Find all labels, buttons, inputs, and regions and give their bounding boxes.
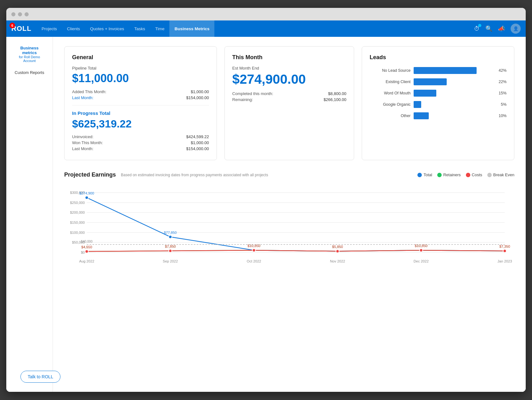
nav-item-clients[interactable]: Clients xyxy=(62,20,85,37)
lead-row: Word Of Mouth 15% xyxy=(370,90,507,97)
search-icon[interactable]: 🔍 xyxy=(485,25,492,32)
added-row: Added This Month: $1,000.00 xyxy=(72,89,209,94)
svg-text:$150,000: $150,000 xyxy=(70,221,85,224)
svg-point-40 xyxy=(85,250,88,253)
chart-area: $300,000$250,000$200,000$150,000$100,000… xyxy=(64,183,514,265)
won-label: Won This Month: xyxy=(72,140,103,145)
nav-badge: 6 xyxy=(9,23,15,28)
est-value: $274,900.00 xyxy=(232,72,346,87)
lead-bar xyxy=(414,112,429,119)
main-content: General Pipeline Total $11,000.00 Added … xyxy=(53,37,526,392)
app-window: 6 ROLL Projects Clients Quotes + Invoice… xyxy=(6,8,526,392)
user-avatar[interactable]: 👤 xyxy=(511,24,521,34)
lead-label: No Lead Source xyxy=(370,68,410,73)
uninvoiced-value: $424,599.22 xyxy=(186,134,209,139)
projected-section: Projected Earnings Based on estimated in… xyxy=(64,172,514,265)
won-row: Won This Month: $1,000.00 xyxy=(72,140,209,145)
remaining-value: $266,100.00 xyxy=(324,97,346,102)
svg-text:Aug 2022: Aug 2022 xyxy=(79,259,94,263)
uninvoiced-row: Uninvoiced: $424,599.22 xyxy=(72,134,209,139)
pipeline-value: $11,000.00 xyxy=(72,72,209,85)
talk-btn-container: Talk to ROLL xyxy=(20,371,60,383)
legend-label: Costs xyxy=(472,172,482,177)
last-month2-label: Last Month: xyxy=(72,146,93,151)
leads-panel: Leads No Lead Source 42% Existing Client… xyxy=(362,46,514,160)
legend-dot xyxy=(466,173,470,177)
svg-text:Oct 2022: Oct 2022 xyxy=(247,259,261,263)
lead-bar xyxy=(414,78,447,85)
lead-pct: 22% xyxy=(499,80,507,84)
timer-icon[interactable]: ⏱ xyxy=(474,25,480,32)
nav-item-time[interactable]: Time xyxy=(150,20,170,37)
won-value: $1,000.00 xyxy=(191,140,209,145)
projected-title: Projected Earnings xyxy=(64,172,116,178)
legend-label: Total xyxy=(423,172,432,177)
notification-icon[interactable]: 📣 xyxy=(498,25,505,32)
legend-dot xyxy=(417,173,422,177)
uninvoiced-label: Uninvoiced: xyxy=(72,134,93,139)
window-dot-2[interactable] xyxy=(18,12,22,16)
lead-label: Word Of Mouth xyxy=(370,91,410,95)
talk-to-roll-button[interactable]: Talk to ROLL xyxy=(20,371,60,383)
pipeline-label: Pipeline Total xyxy=(72,66,209,70)
lead-bar xyxy=(414,90,436,97)
lead-label: Google Organic xyxy=(370,102,410,107)
in-progress-label: In Progress Total xyxy=(72,110,209,116)
lead-bar-container xyxy=(414,90,493,97)
legend-item: Total xyxy=(417,172,432,177)
lead-bar xyxy=(414,101,421,108)
svg-text:$200,000: $200,000 xyxy=(70,211,85,214)
lead-bar-container xyxy=(414,67,493,74)
sidebar-label-custom: Custom Reports xyxy=(11,70,48,75)
title-bar xyxy=(6,8,526,20)
svg-text:$77,850: $77,850 xyxy=(164,231,177,234)
sidebar-label-business: Businessmetrics xyxy=(11,46,48,55)
lead-row: Existing Client 22% xyxy=(370,78,507,85)
projected-chart-svg: $300,000$250,000$200,000$150,000$100,000… xyxy=(64,183,514,265)
sidebar: Businessmetrics for Roll DemoAccount Cus… xyxy=(6,37,53,392)
remaining-row: Remaining: $266,100.00 xyxy=(232,97,346,102)
sidebar-item-custom-reports[interactable]: Custom Reports xyxy=(9,68,49,77)
nav-right: ⏱ 🔍 📣 👤 xyxy=(474,24,521,34)
legend-label: Retainers xyxy=(443,172,461,177)
svg-text:$7,350: $7,350 xyxy=(499,245,510,248)
svg-text:$250,000: $250,000 xyxy=(70,201,85,205)
leads-title: Leads xyxy=(370,54,507,61)
legend-item: Retainers xyxy=(437,172,461,177)
general-title: General xyxy=(72,54,209,61)
top-panels: General Pipeline Total $11,000.00 Added … xyxy=(64,46,514,160)
window-dot-3[interactable] xyxy=(25,12,29,16)
svg-text:Nov 2022: Nov 2022 xyxy=(330,259,345,263)
lead-pct: 15% xyxy=(499,91,507,95)
last-month-value: $154,000.00 xyxy=(186,95,209,100)
legend-label: Break Even xyxy=(493,172,514,177)
projected-subtitle: Based on estimated invoicing dates from … xyxy=(121,173,268,177)
last-month2-value: $154,000.00 xyxy=(186,146,209,151)
window-dot-1[interactable] xyxy=(11,12,15,16)
leads-chart: No Lead Source 42% Existing Client 22% W… xyxy=(370,66,507,119)
completed-row: Completed this month: $8,800.00 xyxy=(232,91,346,96)
sidebar-item-business-metrics[interactable]: Businessmetrics for Roll DemoAccount xyxy=(9,43,49,65)
nav-item-business-metrics[interactable]: Business Metrics xyxy=(169,20,214,37)
lead-row: No Lead Source 42% xyxy=(370,67,507,74)
divider-1 xyxy=(72,105,209,105)
nav-logo-area: 6 ROLL xyxy=(11,25,31,33)
added-value: $1,000.00 xyxy=(191,89,209,94)
added-label: Added This Month: xyxy=(72,89,106,94)
last-month-label: Last Month: xyxy=(72,95,93,100)
lead-bar-container xyxy=(414,112,493,119)
nav-item-tasks[interactable]: Tasks xyxy=(129,20,150,37)
legend-dot xyxy=(487,173,492,177)
completed-value: $8,800.00 xyxy=(328,91,346,96)
svg-text:Sep 2022: Sep 2022 xyxy=(163,259,178,263)
in-progress-value: $625,319.22 xyxy=(72,118,209,130)
svg-text:$5,850: $5,850 xyxy=(332,245,343,249)
this-month-panel: This Month Est Month End $274,900.00 Com… xyxy=(224,46,354,160)
lead-pct: 42% xyxy=(499,68,507,73)
lead-label: Other xyxy=(370,114,410,118)
svg-point-48 xyxy=(420,249,423,252)
sidebar-sub-label: for Roll DemoAccount xyxy=(11,55,48,63)
main-layout: Businessmetrics for Roll DemoAccount Cus… xyxy=(6,37,526,392)
nav-item-projects[interactable]: Projects xyxy=(37,20,62,37)
nav-item-quotes[interactable]: Quotes + Invoices xyxy=(85,20,129,37)
